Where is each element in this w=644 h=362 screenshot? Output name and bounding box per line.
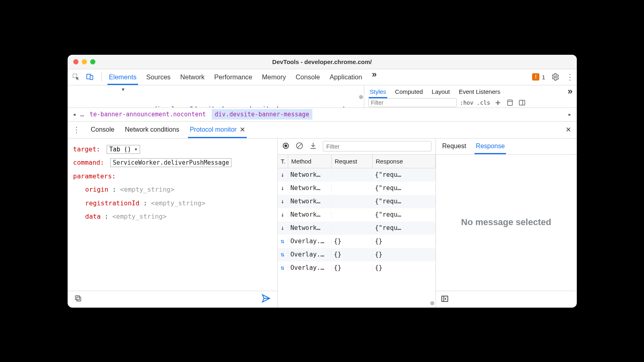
msg-type-icon: ⇅ [278,238,288,245]
collapse-panel-icon[interactable] [441,295,449,304]
devtools-window: DevTools - developer.chrome.com/ Element… [68,55,577,308]
svg-rect-6 [76,297,80,301]
header-request[interactable]: Request [332,155,373,168]
elements-dom-tree[interactable]: ▼ <div class="devsite-banner devsite-ban… [68,85,364,108]
message-filter-input[interactable] [323,141,431,151]
tab-elements[interactable]: Elements [109,69,137,85]
drawer-tab-protocol-monitor[interactable]: Protocol monitor × [190,122,245,138]
protocol-monitor-body: target: Tab () command: ServiceWorker.de… [68,139,577,308]
message-rows[interactable]: ↓Network…{"requ…↓Network…{"requ…↓Network… [278,168,436,308]
command-label: command: [73,159,104,166]
msg-response: {"requ… [373,224,436,232]
param-value[interactable]: <empty_string> [151,199,205,207]
msg-type-icon: ⇅ [278,264,288,271]
inspect-element-icon[interactable] [72,72,80,81]
message-row[interactable]: ↓Network…{"requ… [278,168,436,182]
header-method[interactable]: Method [288,155,332,168]
svg-rect-2 [90,76,93,80]
tab-console[interactable]: Console [295,69,320,85]
target-select[interactable]: Tab () [107,145,140,154]
hov-toggle[interactable]: :hov [460,99,474,106]
dom-tag-open: <div class= [150,105,190,108]
param-value[interactable]: <empty_string> [120,186,174,193]
msg-request: {} [332,251,373,258]
tab-performance[interactable]: Performance [214,69,252,85]
msg-method: Network… [288,198,332,205]
styles-filter-input[interactable] [368,98,457,107]
msg-request: {} [332,264,373,271]
target-label: target: [73,145,100,153]
command-editor: target: Tab () command: ServiceWorker.de… [68,139,278,308]
msg-response: {"requ… [373,171,436,178]
msg-response: {} [373,251,436,258]
param-name: registrationId [85,199,140,207]
param-value[interactable]: <empty_string> [112,213,167,220]
tab-network[interactable]: Network [180,69,205,85]
detail-tab-response[interactable]: Response [476,139,505,154]
msg-type-icon: ↓ [278,198,288,205]
side-more-tabs-icon[interactable]: » [568,86,572,97]
drawer-tab-network-conditions[interactable]: Network conditions [125,122,179,138]
copy-icon[interactable] [74,294,82,304]
scrollbar-thumb[interactable] [430,301,434,305]
msg-response: {"requ… [373,211,436,218]
header-type[interactable]: T. [278,155,288,168]
breadcrumb-crumb[interactable]: te-banner-announcement.nocontent [87,109,209,120]
download-icon[interactable] [309,142,317,151]
tab-sources[interactable]: Sources [146,69,171,85]
message-row[interactable]: ⇅Overlay.…{}{} [278,235,436,248]
record-icon[interactable] [282,142,290,151]
msg-method: Network… [288,171,332,178]
message-row[interactable]: ↓Network…{"requ… [278,221,436,235]
svg-point-3 [554,76,556,78]
msg-response: {} [373,264,436,271]
styles-side-panel: Styles Computed Layout Event Listeners »… [364,85,577,108]
msg-request: {} [332,238,373,245]
tab-application[interactable]: Application [330,69,362,85]
breadcrumb-scroll-left-icon[interactable]: ◂ [71,111,78,118]
drawer-kebab-icon[interactable]: ⋮ [72,125,80,134]
cls-toggle[interactable]: .cls [477,99,490,106]
settings-gear-icon[interactable] [551,72,560,81]
issues-badge-icon[interactable]: ! [532,73,539,81]
close-tab-icon[interactable]: × [240,125,245,134]
detail-tab-request[interactable]: Request [442,139,466,154]
side-tab-event-listeners[interactable]: Event Listeners [459,85,500,98]
more-tabs-icon[interactable]: » [372,69,377,85]
breadcrumb-scroll-right-icon[interactable]: ▸ [566,111,574,118]
message-row[interactable]: ⇅Overlay.…{}{} [278,261,436,275]
command-editor-footer [68,291,277,308]
side-tab-layout[interactable]: Layout [432,85,450,98]
msg-method: Network… [288,211,332,218]
breadcrumb-crumb-selected[interactable]: div.devsite-banner-message [212,109,313,120]
drawer-tabs: ⋮ Console Network conditions Protocol mo… [68,122,577,139]
send-icon[interactable] [261,294,271,305]
svg-point-9 [284,144,287,147]
tab-memory[interactable]: Memory [262,69,286,85]
toggle-sidebar-icon[interactable] [518,98,526,107]
message-row[interactable]: ↓Network…{"requ… [278,195,436,208]
side-tab-styles[interactable]: Styles [370,85,386,98]
drawer-close-icon[interactable]: × [566,125,571,134]
kebab-menu-icon[interactable]: ⋮ [566,72,574,81]
svg-rect-7 [75,296,79,300]
msg-response: {"requ… [373,198,436,205]
message-row[interactable]: ↓Network…{"requ… [278,208,436,221]
clear-icon[interactable] [295,142,303,151]
msg-type-icon: ↓ [278,171,288,178]
msg-type-icon: ↓ [278,211,288,218]
message-row[interactable]: ↓Network…{"requ… [278,182,436,195]
device-toolbar-icon[interactable] [85,72,94,81]
breadcrumb-ellipsis: … [80,111,84,118]
issues-count[interactable]: 1 [542,74,545,81]
message-row[interactable]: ⇅Overlay.…{}{} [278,248,436,261]
new-style-rule-icon[interactable]: ＋ [493,98,502,107]
computed-styles-icon[interactable] [506,98,514,107]
scrollbar-thumb[interactable] [359,95,363,99]
main-toolbar: Elements Sources Network Performance Mem… [68,69,577,85]
side-tab-computed[interactable]: Computed [395,85,423,98]
drawer-tab-console[interactable]: Console [91,122,115,138]
header-response[interactable]: Response [373,155,436,168]
param-name: origin [85,186,109,193]
command-input[interactable]: ServiceWorker.deliverPushMessage [110,158,231,167]
